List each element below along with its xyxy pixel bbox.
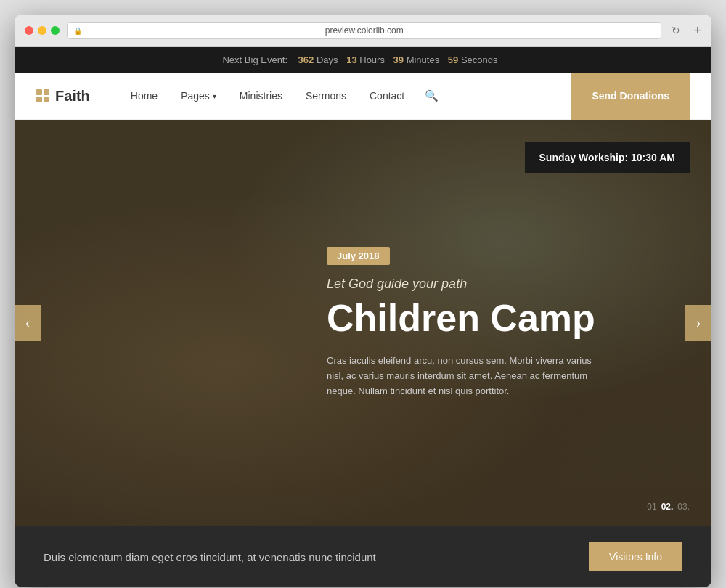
url-text: preview.colorlib.com (325, 25, 404, 36)
nav-pages-label: Pages (181, 90, 210, 102)
date-badge: July 2018 (327, 247, 390, 265)
bottom-bar-text: Duis elementum diam eget eros tincidunt,… (44, 551, 376, 563)
nav-pages[interactable]: Pages ▾ (169, 74, 228, 118)
top-bar: Next Big Event: 362 Days 13 Hours 39 Min… (15, 47, 711, 73)
address-bar[interactable]: preview.colorlib.com (67, 22, 661, 39)
nav-home[interactable]: Home (119, 74, 169, 118)
topbar-hours-unit: Hours (359, 54, 385, 65)
dot-maximize[interactable] (51, 26, 60, 35)
topbar-hours-count: 13 (346, 54, 356, 65)
nav-ministries[interactable]: Ministries (228, 74, 294, 118)
dot-minimize[interactable] (38, 26, 46, 35)
hero-content: July 2018 Let God guide your path Childr… (15, 247, 646, 399)
browser-window: preview.colorlib.com ↻ + Next Big Event:… (15, 15, 711, 587)
slide-dot-3[interactable]: 03. (677, 502, 690, 512)
worship-badge-text: Sunday Workship: 10:30 AM (539, 152, 675, 163)
dot-close[interactable] (25, 26, 33, 35)
chevron-down-icon: ▾ (213, 92, 216, 100)
slide-dot-1[interactable]: 01 (647, 502, 656, 512)
site-logo[interactable]: Faith (36, 88, 90, 105)
topbar-seconds-unit: Seconds (461, 54, 498, 65)
topbar-days-unit: Days (317, 54, 338, 65)
slider-next-button[interactable]: › (685, 305, 711, 341)
hero-title-text: Children Camp (327, 297, 595, 339)
browser-dots (25, 26, 60, 35)
hero-desc-text: Cras iaculis eleifend arcu, non cursus s… (327, 355, 592, 396)
nav-sermons[interactable]: Sermons (294, 74, 358, 118)
prev-arrow-icon: ‹ (25, 316, 30, 331)
topbar-days-count: 362 (298, 54, 314, 65)
visitors-info-button[interactable]: Visitors Info (589, 542, 682, 571)
topbar-minutes-count: 39 (393, 54, 404, 65)
worship-badge: Sunday Workship: 10:30 AM (525, 142, 690, 173)
navbar: Faith Home Pages ▾ Ministries Sermons Co… (15, 73, 711, 120)
nav-contact[interactable]: Contact (358, 74, 416, 118)
bottom-bar: Duis elementum diam eget eros tincidunt,… (15, 526, 711, 587)
nav-links: Home Pages ▾ Ministries Sermons Contact … (119, 73, 572, 118)
next-arrow-icon: › (696, 316, 701, 331)
search-icon[interactable]: 🔍 (416, 73, 447, 118)
slide-dot-2[interactable]: 02. (661, 502, 674, 512)
nav-sermons-label: Sermons (306, 90, 346, 102)
donate-label: Send Donations (592, 90, 669, 102)
slider-dots: 01 02. 03. (647, 502, 690, 512)
hero-section: Sunday Workship: 10:30 AM ‹ July 2018 Le… (15, 120, 711, 526)
browser-chrome: preview.colorlib.com ↻ + (15, 15, 711, 47)
logo-text: Faith (55, 88, 90, 105)
hero-subtitle-text: Let God guide your path (327, 277, 467, 291)
date-badge-text: July 2018 (337, 250, 380, 261)
visitors-btn-label: Visitors Info (609, 551, 662, 563)
site-wrapper: Next Big Event: 362 Days 13 Hours 39 Min… (15, 47, 711, 587)
hero-subtitle: Let God guide your path (327, 277, 603, 292)
refresh-icon[interactable]: ↻ (672, 25, 680, 36)
donate-button[interactable]: Send Donations (571, 73, 690, 120)
new-tab-icon[interactable]: + (693, 23, 701, 38)
slider-prev-button[interactable]: ‹ (15, 305, 41, 341)
hero-title: Children Camp (327, 298, 603, 339)
nav-home-label: Home (131, 90, 158, 102)
hero-description: Cras iaculis eleifend arcu, non cursus s… (327, 354, 603, 399)
logo-icon (36, 89, 49, 102)
nav-contact-label: Contact (370, 90, 404, 102)
topbar-seconds-count: 59 (448, 54, 458, 65)
topbar-minutes-unit: Minutes (407, 54, 440, 65)
nav-ministries-label: Ministries (240, 90, 282, 102)
topbar-label: Next Big Event: (222, 54, 287, 65)
